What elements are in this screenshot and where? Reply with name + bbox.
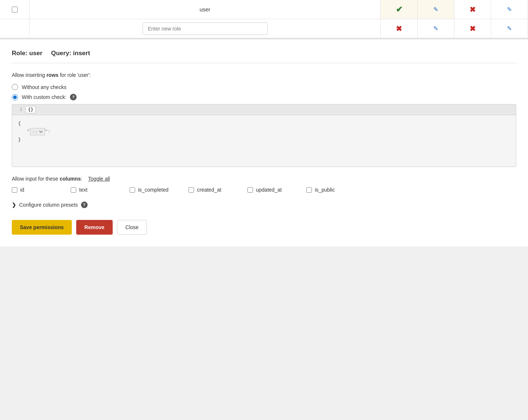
col-checkbox-updated-at[interactable] bbox=[247, 187, 253, 193]
new-role-checkbox-cell bbox=[0, 19, 29, 38]
main-panel: Role: user Query: insert Allow inserting… bbox=[0, 39, 528, 246]
row-col1-edit-cell[interactable]: ✎ bbox=[418, 0, 454, 19]
code-key-line: " -- ": bbox=[18, 128, 510, 136]
check-icon: ✔ bbox=[396, 5, 402, 14]
col-item-text: text bbox=[71, 187, 130, 193]
close-button[interactable]: Close bbox=[117, 220, 147, 235]
col-item-is-completed: is_completed bbox=[130, 187, 189, 193]
help-icon[interactable]: ? bbox=[70, 94, 77, 100]
columns-label: Allow input for these columns: Toggle al… bbox=[12, 176, 516, 182]
radio-option-2: With custom check: ? bbox=[12, 94, 516, 100]
edit-icon-new2[interactable]: ✎ bbox=[507, 25, 512, 32]
col-checkbox-text[interactable] bbox=[71, 187, 76, 193]
new-role-row: ✖ ✎ ✖ ✎ bbox=[0, 19, 528, 38]
allow-insert-label: Allow inserting rows for role 'user': bbox=[12, 72, 516, 78]
remove-button[interactable]: Remove bbox=[76, 220, 112, 235]
col-label-text[interactable]: text bbox=[79, 187, 88, 193]
configure-presets-label[interactable]: Configure column presets bbox=[19, 202, 78, 208]
col-item-created-at: created_at bbox=[189, 187, 247, 193]
edit-icon-new1[interactable]: ✎ bbox=[433, 25, 438, 32]
panel-title-role: Role: user bbox=[12, 50, 42, 57]
col-item-id: id bbox=[12, 187, 71, 193]
code-open-brace: { bbox=[18, 120, 21, 128]
radio-custom-check[interactable] bbox=[12, 94, 18, 100]
radio-custom-check-label[interactable]: With custom check: bbox=[22, 94, 66, 100]
col-checkbox-created-at[interactable] bbox=[189, 187, 194, 193]
columns-checkboxes: id text is_completed created_at updated_… bbox=[12, 187, 516, 193]
radio-option-1: Without any checks bbox=[12, 84, 516, 90]
panel-title: Role: user Query: insert bbox=[12, 50, 516, 63]
code-toolbar: 1 {} bbox=[12, 104, 516, 115]
col-item-is-public: is_public bbox=[306, 187, 365, 193]
save-permissions-button[interactable]: Save permissions bbox=[12, 220, 72, 235]
row-checkbox[interactable] bbox=[12, 7, 18, 13]
code-format-button[interactable]: {} bbox=[25, 106, 36, 113]
code-column-select[interactable]: -- bbox=[31, 129, 44, 135]
radio-no-check[interactable] bbox=[12, 84, 18, 90]
code-open-brace-line: { bbox=[18, 120, 510, 128]
col-label-is-completed[interactable]: is_completed bbox=[138, 187, 169, 193]
new-row-col2-cross-cell: ✖ bbox=[454, 19, 491, 38]
edit-icon[interactable]: ✎ bbox=[433, 6, 438, 13]
col-checkbox-is-completed[interactable] bbox=[130, 187, 135, 193]
cross-icon: ✖ bbox=[469, 5, 476, 14]
cross-icon-new2: ✖ bbox=[469, 24, 476, 33]
table-section: user ✔ ✎ ✖ ✎ ✖ ✎ ✖ ✎ bbox=[0, 0, 528, 39]
row-col2-edit-cell[interactable]: ✎ bbox=[491, 0, 528, 19]
radio-no-check-label[interactable]: Without any checks bbox=[22, 84, 66, 90]
allow-label-suffix: for role 'user': bbox=[59, 72, 91, 78]
new-role-input-cell[interactable] bbox=[29, 19, 381, 38]
row-col2-check-cell: ✖ bbox=[454, 0, 491, 19]
allow-label-bold: rows bbox=[46, 72, 59, 78]
code-editor: 1 {} { " -- ": } bbox=[12, 104, 516, 167]
footer-buttons: Save permissions Remove Close bbox=[12, 220, 516, 235]
columns-section: Allow input for these columns: Toggle al… bbox=[12, 176, 516, 193]
row-checkbox-cell bbox=[0, 0, 29, 19]
row-name-cell: user bbox=[29, 0, 381, 19]
code-close-brace: } bbox=[18, 136, 21, 144]
columns-label-bold: columns bbox=[60, 176, 81, 182]
cross-icon-new1: ✖ bbox=[396, 24, 402, 33]
col-checkbox-id[interactable] bbox=[12, 187, 17, 193]
col-label-created-at[interactable]: created_at bbox=[197, 187, 221, 193]
panel-title-query: Query: insert bbox=[51, 50, 90, 57]
allow-label-prefix: Allow inserting bbox=[12, 72, 46, 78]
code-quote-open: " bbox=[27, 128, 30, 136]
code-close-brace-line: } bbox=[18, 136, 510, 144]
radio-group: Without any checks With custom check: ? bbox=[12, 84, 516, 100]
code-dropdown-wrap[interactable]: -- bbox=[30, 128, 45, 135]
line-number: 1 bbox=[15, 107, 22, 112]
table-row: user ✔ ✎ ✖ ✎ bbox=[0, 0, 528, 19]
col-checkbox-is-public[interactable] bbox=[306, 187, 312, 193]
col-label-is-public[interactable]: is_public bbox=[315, 187, 335, 193]
edit-icon-2[interactable]: ✎ bbox=[507, 6, 512, 13]
code-after-dropdown: ": bbox=[45, 128, 51, 136]
chevron-right-icon: ❯ bbox=[12, 202, 16, 208]
columns-label-prefix: Allow input for these bbox=[12, 176, 60, 182]
new-row-col1-edit-cell[interactable]: ✎ bbox=[418, 19, 454, 38]
row-col1-check-cell: ✔ bbox=[381, 0, 418, 19]
columns-label-suffix: : bbox=[81, 176, 82, 182]
new-row-col1-cross-cell: ✖ bbox=[381, 19, 418, 38]
configure-help-icon[interactable]: ? bbox=[81, 202, 88, 208]
new-role-input[interactable] bbox=[142, 22, 268, 35]
configure-presets[interactable]: ❯ Configure column presets ? bbox=[12, 202, 516, 208]
col-item-updated-at: updated_at bbox=[247, 187, 306, 193]
row-name: user bbox=[200, 6, 210, 13]
toggle-all-link[interactable]: Toggle all bbox=[88, 176, 110, 182]
col-label-updated-at[interactable]: updated_at bbox=[256, 187, 282, 193]
code-body[interactable]: { " -- ": } bbox=[12, 115, 516, 167]
col-label-id[interactable]: id bbox=[20, 187, 24, 193]
new-row-col2-edit-cell[interactable]: ✎ bbox=[491, 19, 528, 38]
